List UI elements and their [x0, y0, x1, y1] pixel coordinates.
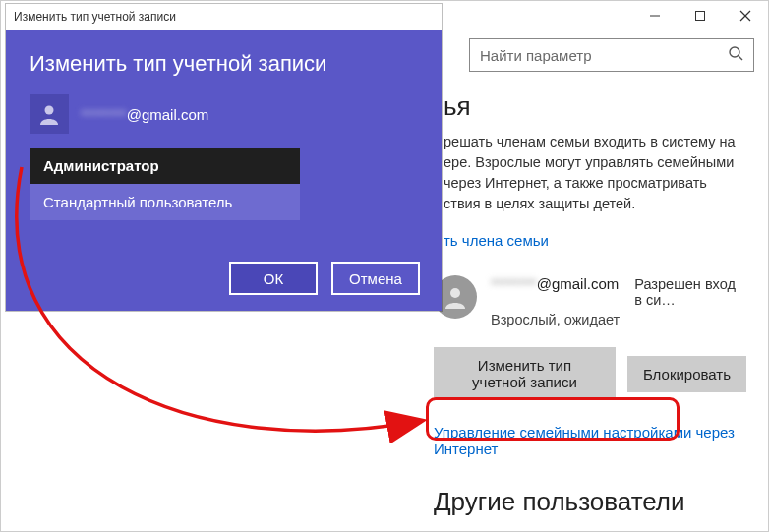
role-option-standard[interactable]: Стандартный пользователь: [30, 184, 300, 220]
minimize-button[interactable]: [632, 1, 678, 30]
search-icon: [728, 45, 743, 65]
cancel-button[interactable]: Отмена: [331, 262, 420, 295]
user-sub-status: Взрослый, ожидает: [491, 312, 746, 327]
close-button[interactable]: [723, 1, 768, 30]
svg-line-5: [739, 56, 742, 60]
search-placeholder: Найти параметр: [480, 47, 728, 64]
change-account-type-button[interactable]: Изменить тип учетной записи: [434, 347, 616, 400]
user-email: ********@gmail.com: [491, 275, 619, 292]
user-icon: [37, 102, 61, 126]
close-icon: [739, 10, 751, 22]
other-users-header: Другие пользователи: [434, 487, 746, 517]
change-account-type-dialog: Изменить тип учетной записи Изменить тип…: [6, 4, 442, 311]
dialog-heading: Изменить тип учетной записи: [30, 51, 418, 77]
dialog-title: Изменить тип учетной записи: [14, 10, 176, 24]
family-section-text: решать членам семьи входить в систему на…: [444, 132, 746, 214]
manage-family-link[interactable]: Управление семейными настройками через И…: [434, 424, 746, 457]
dialog-title-bar: Изменить тип учетной записи: [6, 4, 442, 30]
family-section-header: ья: [444, 91, 746, 122]
add-family-member-link[interactable]: ть члена семьи: [444, 232, 549, 249]
dialog-user-email: ********@gmail.com: [81, 106, 208, 123]
user-login-status: Разрешен вход в си…: [634, 276, 746, 308]
svg-rect-1: [696, 12, 705, 21]
block-button[interactable]: Блокировать: [627, 356, 746, 392]
svg-point-6: [450, 288, 460, 298]
search-input[interactable]: Найти параметр: [469, 38, 754, 72]
family-user-card: ********@gmail.com Разрешен вход в си… В…: [434, 275, 746, 327]
minimize-icon: [649, 10, 661, 22]
user-icon: [443, 284, 468, 310]
svg-point-4: [730, 47, 739, 57]
maximize-button[interactable]: [678, 1, 723, 30]
avatar: [30, 94, 69, 134]
role-option-admin[interactable]: Администратор: [30, 148, 300, 184]
account-type-select[interactable]: Администратор Стандартный пользователь: [30, 148, 300, 220]
ok-button[interactable]: ОК: [229, 262, 318, 295]
svg-point-7: [45, 106, 54, 115]
dialog-user-row: ********@gmail.com: [30, 94, 418, 134]
maximize-icon: [694, 10, 706, 22]
